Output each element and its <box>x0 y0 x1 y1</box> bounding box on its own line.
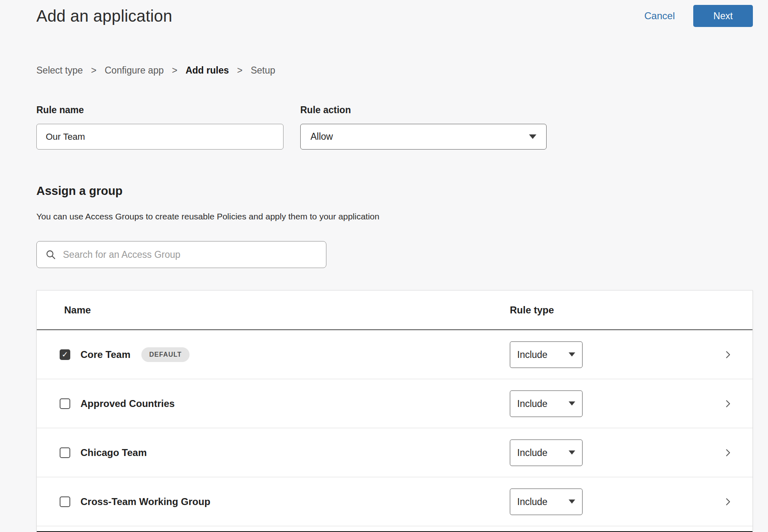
access-group-search-box <box>36 241 326 268</box>
breadcrumb-item[interactable]: Setup <box>251 65 275 76</box>
chevron-right-icon[interactable] <box>723 448 733 458</box>
rule-type-select[interactable]: Include <box>510 390 583 417</box>
chevron-down-icon <box>569 402 575 406</box>
page-header: Add an application Cancel Next <box>0 0 768 27</box>
chevron-down-icon <box>569 500 575 504</box>
row-left: Cross-Team Working Group <box>37 496 210 507</box>
table-row: Core Team DEFAULT Include <box>37 330 752 379</box>
table-row: Cross-Team Working Group Include <box>37 477 752 526</box>
page-title: Add an application <box>36 7 172 25</box>
cancel-button[interactable]: Cancel <box>644 10 675 22</box>
rule-type-select[interactable]: Include <box>510 488 583 515</box>
rule-type-value: Include <box>517 398 547 409</box>
search-icon <box>45 249 56 260</box>
group-name: Chicago Team <box>80 447 147 458</box>
row-left: Chicago Team <box>37 447 147 458</box>
main-content: Select type>Configure app>Add rules>Setu… <box>0 65 768 532</box>
chevron-right-icon[interactable] <box>723 350 733 360</box>
rule-type-select[interactable]: Include <box>510 341 583 368</box>
rule-type-select[interactable]: Include <box>510 439 583 466</box>
default-badge: DEFAULT <box>141 347 190 362</box>
breadcrumb-item[interactable]: Add rules <box>185 65 229 76</box>
rule-form-row: Rule name Rule action Allow <box>36 105 753 150</box>
group-name: Approved Countries <box>80 398 175 409</box>
chevron-down-icon <box>529 134 536 139</box>
chevron-right-icon[interactable] <box>723 399 733 409</box>
breadcrumb: Select type>Configure app>Add rules>Setu… <box>36 65 753 76</box>
chevron-down-icon <box>569 451 575 455</box>
column-header-name: Name <box>64 304 91 316</box>
add-application-page: Add an application Cancel Next Select ty… <box>0 0 768 532</box>
row-checkbox[interactable] <box>60 398 70 409</box>
row-checkbox[interactable] <box>60 447 70 458</box>
rule-action-value: Allow <box>310 131 333 142</box>
rule-type-value: Include <box>517 349 547 360</box>
breadcrumb-item[interactable]: Configure app <box>105 65 164 76</box>
breadcrumb-separator: > <box>237 65 242 76</box>
rule-name-field: Rule name <box>36 105 284 150</box>
table-header-row: Name Rule type <box>37 291 752 330</box>
header-actions: Cancel Next <box>644 5 753 27</box>
group-name: Core Team <box>80 349 130 360</box>
rule-name-input[interactable] <box>36 124 284 150</box>
rule-type-value: Include <box>517 447 547 458</box>
chevron-down-icon <box>569 353 575 357</box>
rule-name-label: Rule name <box>36 105 284 116</box>
rule-action-select[interactable]: Allow <box>300 124 547 150</box>
assign-group-heading: Assign a group <box>36 184 753 198</box>
table-row: Approved Countries Include <box>37 379 752 428</box>
group-name: Cross-Team Working Group <box>80 496 210 507</box>
chevron-right-icon[interactable] <box>723 497 733 507</box>
next-button[interactable]: Next <box>693 5 753 27</box>
rule-action-label: Rule action <box>300 105 547 116</box>
access-groups-table: Name Rule type Core Team DEFAULT Include… <box>36 290 753 532</box>
row-checkbox[interactable] <box>60 496 70 507</box>
assign-group-description: You can use Access Groups to create reus… <box>36 212 753 221</box>
breadcrumb-separator: > <box>91 65 96 76</box>
row-left: Approved Countries <box>37 398 175 409</box>
breadcrumb-item[interactable]: Select type <box>36 65 83 76</box>
row-left: Core Team DEFAULT <box>37 347 190 362</box>
table-row: Chicago Team Include <box>37 428 752 477</box>
rule-type-value: Include <box>517 496 547 507</box>
search-input[interactable] <box>62 249 318 261</box>
row-checkbox[interactable] <box>60 349 70 360</box>
table-body: Core Team DEFAULT Include Approved Count… <box>37 330 752 526</box>
column-header-rule-type: Rule type <box>510 304 554 316</box>
breadcrumb-separator: > <box>172 65 177 76</box>
rule-action-field: Rule action Allow <box>300 105 547 150</box>
